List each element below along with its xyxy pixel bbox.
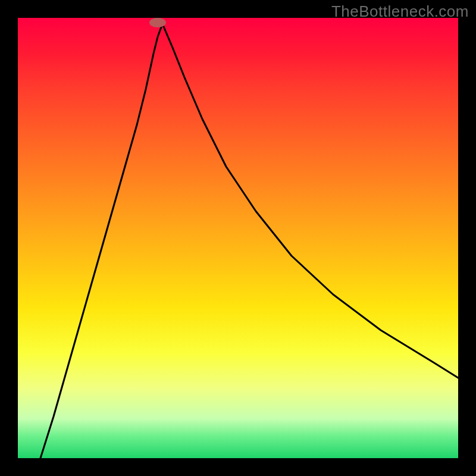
bottleneck-curve (40, 24, 458, 458)
plot-area (18, 18, 458, 458)
minimum-marker (149, 18, 166, 27)
chart-svg (18, 18, 458, 458)
watermark-text: TheBottleneck.com (331, 2, 469, 21)
chart-frame: TheBottleneck.com (0, 0, 476, 476)
